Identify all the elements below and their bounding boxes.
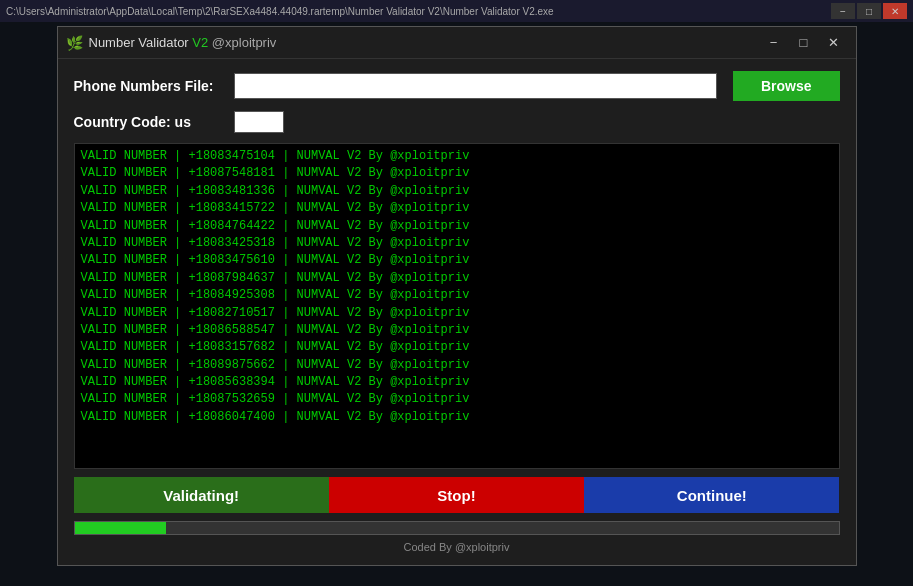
- phone-file-row: Phone Numbers File: Browse: [74, 71, 840, 101]
- footer-text: Coded By @xploitpriv: [74, 541, 840, 557]
- log-line: VALID NUMBER | +18083475610 | NUMVAL V2 …: [81, 252, 833, 269]
- log-line: VALID NUMBER | +18086047400 | NUMVAL V2 …: [81, 409, 833, 426]
- application-window: C:\Users\Administrator\AppData\Local\Tem…: [0, 0, 913, 586]
- maximize-button[interactable]: □: [790, 32, 818, 54]
- log-line: VALID NUMBER | +18083157682 | NUMVAL V2 …: [81, 339, 833, 356]
- log-line: VALID NUMBER | +18089875662 | NUMVAL V2 …: [81, 357, 833, 374]
- browse-button[interactable]: Browse: [733, 71, 840, 101]
- log-line: VALID NUMBER | +18086588547 | NUMVAL V2 …: [81, 322, 833, 339]
- minimize-button[interactable]: −: [760, 32, 788, 54]
- country-code-row: Country Code: us: [74, 111, 840, 133]
- app-icon: 🌿: [66, 35, 83, 51]
- log-line: VALID NUMBER | +18082710517 | NUMVAL V2 …: [81, 305, 833, 322]
- stop-button[interactable]: Stop!: [329, 477, 584, 513]
- title-bar: 🌿 Number Validator V2 @xploitpriv − □ ✕: [58, 27, 856, 59]
- os-maximize-button[interactable]: □: [857, 3, 881, 19]
- log-line: VALID NUMBER | +18087532659 | NUMVAL V2 …: [81, 391, 833, 408]
- country-code-label: Country Code: us: [74, 114, 234, 130]
- taskbar-path: C:\Users\Administrator\AppData\Local\Tem…: [6, 6, 554, 17]
- app-window: 🌿 Number Validator V2 @xploitpriv − □ ✕ …: [57, 26, 857, 566]
- close-button[interactable]: ✕: [820, 32, 848, 54]
- window-controls: − □ ✕: [760, 32, 848, 54]
- action-buttons-row: Validating! Stop! Continue!: [74, 477, 840, 513]
- continue-button[interactable]: Continue!: [584, 477, 839, 513]
- phone-file-input[interactable]: [234, 73, 717, 99]
- os-minimize-button[interactable]: −: [831, 3, 855, 19]
- log-line: VALID NUMBER | +18084925308 | NUMVAL V2 …: [81, 287, 833, 304]
- title-bar-text: Number Validator V2 @xploitpriv: [89, 35, 760, 50]
- log-line: VALID NUMBER | +18084764422 | NUMVAL V2 …: [81, 218, 833, 235]
- os-taskbar: C:\Users\Administrator\AppData\Local\Tem…: [0, 0, 913, 22]
- validating-button[interactable]: Validating!: [74, 477, 329, 513]
- progress-bar: [75, 522, 167, 534]
- os-close-button[interactable]: ✕: [883, 3, 907, 19]
- log-output: VALID NUMBER | +18083475104 | NUMVAL V2 …: [74, 143, 840, 469]
- country-code-input[interactable]: [234, 111, 284, 133]
- log-line: VALID NUMBER | +18083415722 | NUMVAL V2 …: [81, 200, 833, 217]
- app-content: Phone Numbers File: Browse Country Code:…: [58, 59, 856, 565]
- log-line: VALID NUMBER | +18083481336 | NUMVAL V2 …: [81, 183, 833, 200]
- log-line: VALID NUMBER | +18083475104 | NUMVAL V2 …: [81, 148, 833, 165]
- os-window-controls: − □ ✕: [831, 3, 907, 19]
- log-line: VALID NUMBER | +18087984637 | NUMVAL V2 …: [81, 270, 833, 287]
- handle-label: @xploitpriv: [212, 35, 277, 50]
- version-label: V2: [192, 35, 208, 50]
- log-line: VALID NUMBER | +18085638394 | NUMVAL V2 …: [81, 374, 833, 391]
- log-line: VALID NUMBER | +18083425318 | NUMVAL V2 …: [81, 235, 833, 252]
- desktop-area: 🌿 Number Validator V2 @xploitpriv − □ ✕ …: [0, 22, 913, 586]
- progress-container: [74, 521, 840, 535]
- phone-file-label: Phone Numbers File:: [74, 78, 234, 94]
- log-line: VALID NUMBER | +18087548181 | NUMVAL V2 …: [81, 165, 833, 182]
